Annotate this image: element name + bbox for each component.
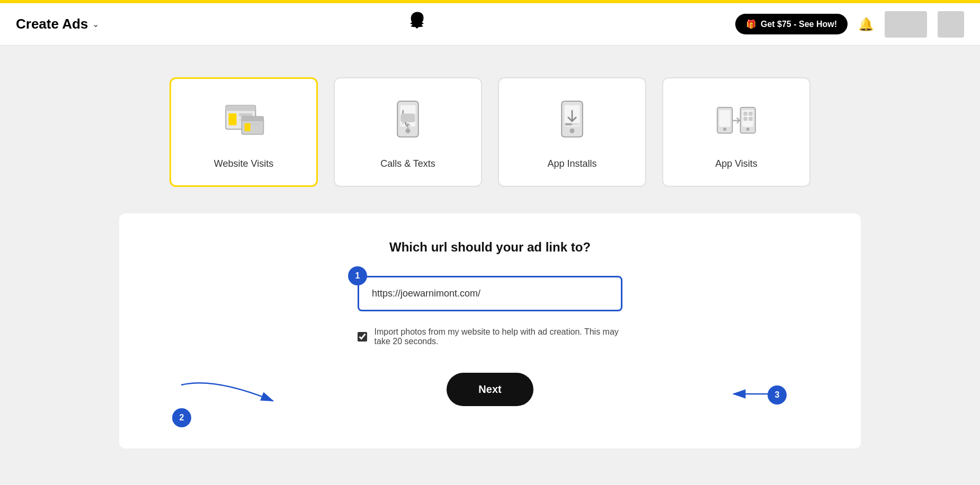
website-visits-icon bbox=[217, 95, 270, 148]
promo-button[interactable]: 🎁 Get $75 - See How! bbox=[735, 14, 848, 34]
form-question: Which url should your ad link to? bbox=[151, 240, 829, 255]
ad-card-app-installs[interactable]: App Installs bbox=[498, 77, 646, 187]
svg-rect-8 bbox=[253, 123, 261, 126]
create-ads-title: Create Ads bbox=[16, 16, 88, 32]
snapchat-icon bbox=[406, 10, 429, 38]
svg-rect-6 bbox=[242, 116, 263, 121]
svg-rect-20 bbox=[719, 110, 730, 127]
svg-rect-1 bbox=[226, 105, 255, 111]
app-visits-label: App Visits bbox=[715, 158, 758, 169]
svg-rect-2 bbox=[229, 113, 237, 125]
step-badge-2: 2 bbox=[172, 408, 191, 427]
avatar-placeholder2 bbox=[938, 11, 964, 38]
url-input-wrapper: 1 bbox=[358, 276, 622, 311]
gift-icon: 🎁 bbox=[746, 19, 756, 29]
bell-icon[interactable]: 🔔 bbox=[858, 17, 874, 32]
step-badge-1: 1 bbox=[348, 266, 367, 285]
ad-card-website-visits[interactable]: Website Visits bbox=[170, 77, 318, 187]
svg-rect-3 bbox=[239, 113, 253, 116]
promo-label: Get $75 - See How! bbox=[761, 20, 837, 29]
ad-card-calls-texts[interactable]: Calls & Texts bbox=[334, 77, 482, 187]
step-badge-3: 3 bbox=[768, 385, 787, 405]
main-content: Website Visits Calls & Te bbox=[0, 46, 980, 485]
header-right: 🎁 Get $75 - See How! 🔔 bbox=[735, 11, 964, 38]
app-installs-label: App Installs bbox=[547, 158, 596, 169]
header: Create Ads ⌄ 🎁 Get $75 - See How! 🔔 bbox=[0, 3, 980, 46]
svg-point-11 bbox=[406, 129, 411, 133]
app-installs-icon bbox=[546, 95, 599, 148]
website-visits-label: Website Visits bbox=[214, 158, 273, 169]
svg-rect-12 bbox=[401, 114, 415, 122]
next-button[interactable]: Next bbox=[447, 373, 533, 406]
checkbox-label: Import photos from my website to help wi… bbox=[375, 327, 622, 346]
arrow-3-svg bbox=[670, 373, 829, 415]
calls-texts-icon bbox=[381, 95, 434, 148]
header-center bbox=[99, 10, 735, 38]
form-section: Which url should your ad link to? 1 Impo… bbox=[119, 213, 861, 448]
svg-point-16 bbox=[570, 129, 575, 133]
url-input[interactable] bbox=[358, 276, 622, 311]
svg-rect-18 bbox=[565, 123, 573, 126]
svg-rect-28 bbox=[749, 117, 753, 121]
svg-rect-7 bbox=[245, 123, 251, 131]
svg-point-24 bbox=[746, 128, 750, 131]
svg-rect-26 bbox=[749, 112, 753, 116]
form-inner: Which url should your ad link to? 1 Impo… bbox=[151, 240, 829, 417]
ad-type-cards: Website Visits Calls & Te bbox=[106, 77, 874, 187]
svg-rect-27 bbox=[744, 117, 748, 121]
app-visits-icon bbox=[710, 95, 763, 148]
avatar-placeholder bbox=[885, 11, 927, 38]
calls-texts-label: Calls & Texts bbox=[380, 158, 435, 169]
header-left: Create Ads ⌄ bbox=[16, 16, 99, 32]
chevron-down-icon[interactable]: ⌄ bbox=[92, 19, 99, 29]
ad-card-app-visits[interactable]: App Visits bbox=[662, 77, 810, 187]
import-photos-checkbox[interactable] bbox=[358, 331, 367, 343]
checkbox-row: Import photos from my website to help wi… bbox=[358, 327, 622, 346]
svg-point-21 bbox=[723, 128, 726, 131]
svg-rect-25 bbox=[744, 112, 748, 116]
